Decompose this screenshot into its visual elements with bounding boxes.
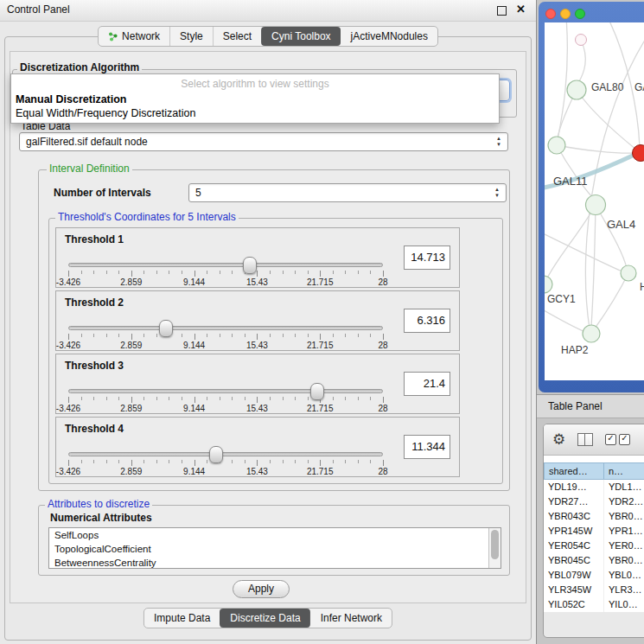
tab-discretize-data[interactable]: Discretize Data bbox=[220, 609, 309, 628]
threshold-value-field[interactable]: 11.344 bbox=[404, 435, 450, 459]
table-cell: YLR345W bbox=[544, 583, 604, 597]
threshold-slider[interactable]: -3.4262.8599.14415.4321.71528 bbox=[68, 321, 383, 350]
checkbox-icon[interactable] bbox=[605, 434, 616, 445]
table-row[interactable]: YER054CYER0… bbox=[544, 539, 644, 553]
columns-icon[interactable] bbox=[577, 433, 593, 446]
network-node[interactable] bbox=[567, 80, 586, 99]
table-row[interactable]: YIL052CYIL0… bbox=[544, 597, 644, 612]
slider-tick bbox=[131, 460, 132, 466]
slider-tick bbox=[68, 460, 69, 466]
threshold-value-field[interactable]: 14.713 bbox=[404, 245, 450, 270]
table-row[interactable]: YBR045CYBR0… bbox=[544, 553, 644, 568]
num-intervals-combo[interactable]: 5 ▲▼ bbox=[188, 183, 507, 202]
slider-thumb[interactable] bbox=[159, 320, 173, 337]
table-row[interactable]: YBL079WYBL0… bbox=[544, 568, 644, 583]
threshold-value-field[interactable]: 6.316 bbox=[404, 309, 450, 333]
tab-network[interactable]: Network bbox=[99, 27, 169, 46]
node-label: H bbox=[640, 281, 644, 293]
table-cell: YPR1… bbox=[604, 524, 644, 539]
table-row[interactable]: YBR043CYBR0… bbox=[544, 509, 644, 524]
scale-label: -3.426 bbox=[56, 404, 80, 413]
tab-style[interactable]: Style bbox=[169, 27, 213, 46]
threshold-label: Threshold 4 bbox=[65, 423, 124, 435]
attributes-list[interactable]: SelfLoopsTopologicalCoefficientBetweenne… bbox=[48, 527, 501, 569]
network-node[interactable] bbox=[545, 276, 552, 293]
float-icon[interactable] bbox=[497, 6, 507, 16]
slider-tick bbox=[370, 397, 371, 400]
slider-thumb[interactable] bbox=[243, 257, 257, 274]
scale-label: 2.859 bbox=[120, 341, 142, 350]
threshold-value-field[interactable]: 21.4 bbox=[404, 372, 450, 396]
traffic-light-minimize[interactable] bbox=[560, 9, 571, 19]
attribute-item[interactable]: BetweennessCentrality bbox=[49, 556, 501, 569]
algorithm-option[interactable]: Manual Discretization bbox=[11, 92, 499, 106]
slider-tick bbox=[358, 460, 359, 463]
table-cell: YDR27… bbox=[544, 494, 604, 509]
tab-select[interactable]: Select bbox=[213, 27, 261, 46]
slider-tick bbox=[81, 271, 82, 274]
tab-label: Discretize Data bbox=[230, 612, 300, 624]
slider-tick bbox=[345, 397, 346, 400]
node-label: GA bbox=[634, 81, 644, 93]
network-node[interactable] bbox=[586, 195, 606, 215]
attribute-item[interactable]: TopologicalCoefficient bbox=[49, 542, 501, 556]
slider-tick bbox=[81, 334, 82, 337]
slider-tick bbox=[245, 397, 245, 400]
gear-icon[interactable] bbox=[552, 430, 565, 449]
table-row[interactable]: YDR27…YDR2… bbox=[544, 494, 644, 509]
table-frame: shared… n… YDL19…YDL1…YDR27…YDR2…YBR043C… bbox=[543, 424, 644, 638]
slider-tick bbox=[358, 334, 359, 337]
checkbox-icon[interactable] bbox=[619, 434, 630, 445]
tab-jactivemnodules[interactable]: jActiveMNodules bbox=[341, 27, 437, 46]
network-node[interactable] bbox=[548, 137, 565, 154]
traffic-light-zoom[interactable] bbox=[575, 9, 585, 19]
window-titlebar: Control Panel bbox=[0, 0, 536, 22]
table-row[interactable]: YPR145WYPR1… bbox=[544, 524, 644, 539]
traffic-light-close[interactable] bbox=[545, 9, 556, 19]
slider-tick bbox=[345, 334, 346, 337]
apply-button[interactable]: Apply bbox=[233, 580, 290, 598]
table-row[interactable]: YLR345WYLR3… bbox=[544, 583, 644, 597]
column-header[interactable]: shared… bbox=[544, 462, 604, 480]
slider-track bbox=[68, 263, 383, 267]
scale-label: 28 bbox=[378, 467, 387, 476]
table-row[interactable]: YDL19…YDL1… bbox=[544, 480, 644, 494]
scale-label: 15.43 bbox=[246, 341, 268, 350]
table-cell: YBR045C bbox=[544, 553, 604, 568]
slider-tick bbox=[383, 334, 384, 340]
slider-tick bbox=[220, 397, 220, 400]
slider-tick bbox=[169, 271, 169, 274]
node-label: GAL80 bbox=[591, 81, 624, 93]
table-cell: YDL19… bbox=[544, 480, 604, 494]
list-scrollbar[interactable] bbox=[488, 528, 501, 568]
network-node[interactable] bbox=[621, 265, 636, 281]
threshold-slider[interactable]: -3.4262.8599.14415.4321.71528 bbox=[68, 384, 383, 413]
list-scrollbar-thumb[interactable] bbox=[491, 530, 499, 559]
discretization-group-title: Discretization Algorithm bbox=[17, 62, 142, 73]
tab-cyni-toolbox[interactable]: Cyni Toolbox bbox=[261, 27, 340, 46]
combo-arrows-icon: ▲▼ bbox=[492, 137, 507, 147]
network-canvas[interactable]: GAL80 GA GAL11 GAL4 GCY1 H HAP2 bbox=[545, 22, 644, 380]
close-icon[interactable] bbox=[516, 3, 526, 16]
interval-group-title: Interval Definition bbox=[47, 163, 132, 175]
threshold-slider[interactable]: -3.4262.8599.14415.4321.71528 bbox=[68, 258, 383, 287]
table-data-combo[interactable]: galFiltered.sif default node ▲▼ bbox=[19, 132, 508, 151]
tab-impute-data[interactable]: Impute Data bbox=[144, 609, 220, 628]
attribute-item[interactable]: SelfLoops bbox=[49, 528, 501, 542]
network-window[interactable]: GAL80 GA GAL11 GAL4 GCY1 H HAP2 bbox=[539, 2, 644, 392]
table-cell: YER0… bbox=[604, 539, 644, 553]
slider-tick bbox=[106, 334, 107, 337]
table-cell: YIL052C bbox=[544, 597, 604, 612]
algorithm-option[interactable]: Equal Width/Frequency Discretization bbox=[11, 106, 499, 120]
tab-infer-network[interactable]: Infer Network bbox=[310, 609, 392, 628]
column-header[interactable]: n… bbox=[603, 462, 644, 480]
threshold-slider[interactable]: -3.4262.8599.14415.4321.71528 bbox=[68, 447, 383, 476]
network-node[interactable] bbox=[576, 35, 587, 46]
slider-tick bbox=[182, 271, 182, 274]
slider-thumb[interactable] bbox=[209, 446, 223, 463]
slider-tick bbox=[93, 460, 94, 463]
slider-track bbox=[68, 452, 383, 456]
threshold-label: Threshold 2 bbox=[65, 296, 124, 309]
slider-thumb[interactable] bbox=[310, 383, 324, 400]
network-node[interactable] bbox=[583, 325, 600, 342]
